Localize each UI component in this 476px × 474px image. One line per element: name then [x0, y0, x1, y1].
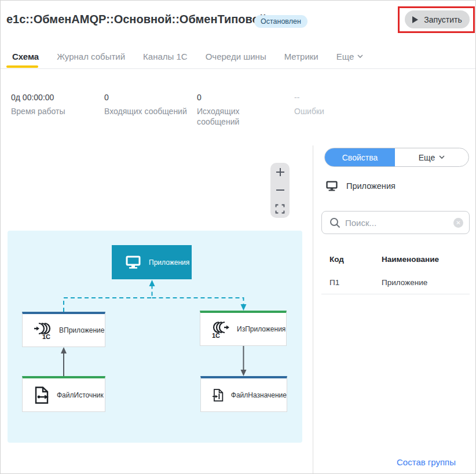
tab-metriki[interactable]: Метрики [284, 52, 318, 61]
panel-tab-more[interactable]: Еще [395, 148, 468, 166]
tab-ocheredi-shiny[interactable]: Очереди шины [206, 52, 266, 61]
zoom-controls [270, 163, 290, 218]
tab-more[interactable]: Еще [336, 52, 364, 61]
panel-tabs: Свойства Еще [324, 148, 469, 167]
zoom-in-button[interactable] [270, 163, 290, 181]
group-members-link[interactable]: Состав группы [397, 457, 456, 467]
page-title: e1c::ОбменAMQP::Основной::ОбменТиповой [6, 13, 266, 26]
edge-vprilozhenie-to-apps [64, 285, 152, 312]
node-vprilozhenie[interactable]: 1С ВПриложение [22, 312, 105, 347]
table-cell-name[interactable]: Приложение [382, 278, 427, 287]
node-label: ВПриложение [59, 326, 104, 334]
scheme-canvas[interactable]: Приложения 1С ВПриложение 1С ИзП [8, 231, 302, 443]
edge-apps-to-izprilozheniya [152, 298, 244, 305]
node-label: ФайлНазначение [231, 391, 287, 399]
monitor-icon [326, 181, 338, 191]
node-apps[interactable]: Приложения [112, 245, 192, 279]
play-icon [412, 16, 418, 23]
stat-uptime: 0д 00:00:00 Время работы [11, 93, 65, 116]
stat-errors: -- Ошибки [294, 93, 324, 116]
tab-kanaly-1c[interactable]: Каналы 1С [143, 52, 188, 61]
file-source-icon [34, 387, 49, 404]
stat-outgoing: 0 Исходящих сообщений [197, 93, 261, 127]
svg-text:1С: 1С [212, 332, 220, 338]
tab-shema[interactable]: Схема [12, 52, 39, 61]
entity-label: Приложения [346, 181, 396, 191]
1c-outbound-icon: 1С [212, 320, 229, 338]
search-input[interactable] [345, 212, 444, 234]
run-button[interactable]: Запустить [405, 10, 470, 28]
svg-text:1С: 1С [42, 333, 50, 340]
node-fileistochnik[interactable]: ФайлИсточник [22, 376, 105, 412]
node-izprilozheniya[interactable]: 1С ИзПриложения [200, 311, 287, 346]
node-label: ФайлИсточник [57, 391, 104, 399]
panel-tab-properties[interactable]: Свойства [325, 148, 395, 166]
entity-header: Приложения [326, 181, 396, 191]
stat-incoming: 0 Входящих сообщений [104, 93, 191, 116]
monitor-icon [126, 256, 141, 269]
search-box: ✕ [321, 211, 470, 234]
fit-screen-icon [275, 204, 285, 214]
panel-divider [313, 145, 313, 474]
arrowhead-up-teal [149, 280, 155, 286]
chevron-down-icon [439, 155, 445, 159]
column-header-code: Код [329, 255, 344, 264]
plus-icon [276, 167, 285, 177]
node-filenaznachenie[interactable]: ФайлНазначение [200, 376, 287, 412]
arrowhead-down-teal [241, 304, 247, 311]
minus-icon [276, 185, 285, 195]
tabs-divider [1, 68, 476, 69]
node-label: Приложения [149, 258, 189, 267]
fit-screen-button[interactable] [270, 200, 290, 218]
node-label: ИзПриложения [237, 325, 285, 333]
tab-zhurnal-sobytiy[interactable]: Журнал событий [57, 52, 125, 61]
status-badge: Остановлен [254, 15, 307, 28]
main-tabs: Схема Журнал событий Каналы 1С Очереди ш… [12, 52, 363, 61]
clear-search-icon[interactable]: ✕ [453, 218, 463, 228]
chevron-down-icon [357, 54, 363, 59]
arrowhead-up-gray [61, 347, 67, 353]
column-header-name: Наименование [382, 255, 439, 264]
1c-inbound-icon: 1С [34, 322, 52, 340]
file-destination-icon [213, 387, 224, 404]
run-button-label: Запустить [424, 15, 462, 24]
active-tab-underline [6, 65, 38, 68]
exchange-page: e1c::ОбменAMQP::Основной::ОбменТиповой О… [0, 0, 476, 474]
zoom-out-button[interactable] [270, 181, 290, 199]
arrowhead-down-gray [241, 370, 247, 376]
search-icon [329, 217, 340, 228]
table-cell-code[interactable]: П1 [329, 278, 339, 287]
table-row-divider [321, 294, 470, 294]
